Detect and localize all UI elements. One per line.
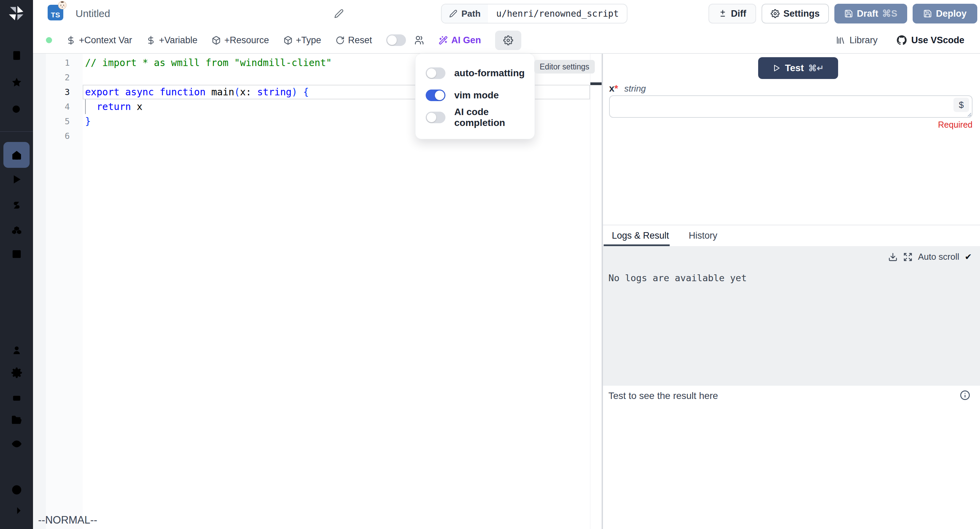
line-number: 2 [33, 70, 70, 85]
refresh-icon [336, 36, 345, 45]
search-icon[interactable] [11, 104, 22, 115]
code-content[interactable]: // import * as wmill from "windmill-clie… [85, 56, 332, 143]
menu-option-auto-formatting: auto-formatting [426, 65, 535, 82]
workspace-building-icon[interactable] [11, 50, 22, 61]
multiplayer-toggle-off[interactable] [386, 34, 406, 46]
draft-button[interactable]: Draft ⌘S [834, 4, 907, 24]
info-icon[interactable] [959, 390, 970, 401]
schedules-calendar-icon[interactable] [11, 248, 22, 260]
overview-ruler [590, 54, 590, 529]
deploy-button[interactable]: Deploy [913, 4, 977, 24]
reset-button[interactable]: Reset [336, 35, 372, 46]
menu-option-vim-mode: vim mode [426, 87, 535, 104]
required-hint: Required [938, 120, 972, 130]
collaborator-avatar [57, 0, 67, 10]
package-icon [212, 36, 221, 45]
code-line: export async function main(x: string) { [85, 85, 332, 99]
expand-arrow-icon[interactable] [11, 505, 22, 516]
audit-eye-icon[interactable] [11, 438, 22, 450]
menu-option-label: auto-formatting [454, 68, 525, 79]
argument-input[interactable] [609, 95, 972, 118]
add-resource-button[interactable]: +Resource [212, 35, 269, 46]
settings-button[interactable]: Settings [762, 4, 829, 24]
tab-history[interactable]: History [689, 231, 717, 241]
line-number: 4 [33, 99, 70, 114]
path-value: u/henri/renowned_script [488, 5, 627, 23]
runs-play-icon[interactable] [11, 174, 22, 185]
variables-dollar-icon[interactable] [11, 199, 22, 211]
auto-scroll-label: Auto scroll [918, 252, 959, 262]
menu-option-label: AI code completion [454, 107, 535, 128]
code-line: return x [85, 99, 332, 114]
editor-toolbar: +Context Var +Variable +Resource +Type R… [33, 27, 980, 54]
path-label-section: Path [442, 5, 488, 23]
path-label: Path [461, 8, 480, 19]
indent-guide [85, 99, 86, 114]
github-icon [897, 35, 907, 45]
gear-icon [771, 9, 780, 18]
help-circle-icon[interactable] [11, 484, 22, 496]
add-type-button[interactable]: +Type [283, 35, 321, 46]
expand-icon[interactable] [903, 252, 913, 262]
workers-robot-icon[interactable] [11, 392, 22, 403]
code-line: // import * as wmill from "windmill-clie… [85, 56, 332, 70]
ai-gen-button[interactable]: AI Gen [439, 35, 481, 46]
result-tabs: Logs & Result History [603, 225, 980, 246]
code-line [85, 129, 332, 143]
tab-logs-result[interactable]: Logs & Result [612, 231, 669, 241]
sidebar-divider [0, 131, 33, 132]
code-line [85, 70, 332, 85]
line-number: 5 [33, 114, 70, 129]
toggle-ai-code-completion[interactable] [426, 112, 445, 123]
toggle-vim-mode[interactable] [426, 89, 445, 101]
overview-ruler-cursor-mark [590, 82, 601, 85]
favorites-star-icon[interactable] [11, 76, 22, 88]
editor-settings-gear-button[interactable] [495, 31, 521, 50]
sidebar [0, 0, 33, 529]
test-button[interactable]: Test ⌘↵ [758, 57, 838, 79]
download-icon[interactable] [888, 252, 898, 262]
toggle-auto-formatting[interactable] [426, 67, 445, 79]
insert-variable-button[interactable]: $ [953, 98, 969, 112]
draft-shortcut: ⌘S [882, 8, 897, 19]
multiplayer-users-button[interactable] [414, 35, 424, 45]
log-controls: Auto scroll ✔ [888, 252, 972, 262]
line-number: 1 [33, 56, 70, 70]
editor-settings-tooltip: Editor settings [534, 60, 595, 73]
library-button[interactable]: Library [836, 35, 878, 46]
use-vscode-button[interactable]: Use VScode [897, 35, 964, 46]
code-line: } [85, 114, 332, 129]
argument-label-row: x * string [609, 83, 646, 94]
play-icon [772, 64, 781, 72]
run-preview-panel: Test ⌘↵ x * string $ Required Logs & Res… [603, 54, 980, 529]
magic-wand-icon [439, 36, 448, 45]
resize-handle-icon[interactable] [967, 112, 972, 117]
home-icon[interactable] [11, 150, 22, 161]
logs-empty-message: No logs are available yet [608, 272, 746, 283]
plus-minus-icon [718, 9, 727, 18]
result-area: Test to see the result here [603, 386, 980, 529]
add-variable-button[interactable]: +Variable [146, 35, 197, 46]
auto-scroll-checkbox[interactable]: ✔ [965, 252, 972, 262]
library-icon [836, 35, 845, 45]
argument-type: string [624, 83, 646, 94]
required-marker: * [614, 83, 618, 94]
settings-gear-icon[interactable] [11, 367, 22, 379]
script-title: Untitled [76, 0, 110, 27]
test-shortcut: ⌘↵ [808, 63, 824, 73]
add-context-var-button[interactable]: +Context Var [66, 35, 132, 46]
argument-name: x [609, 83, 614, 94]
resources-boxes-icon[interactable] [11, 224, 22, 236]
edit-path-pencil-icon [449, 10, 457, 18]
folders-icon[interactable] [11, 414, 22, 426]
windmill-logo-icon[interactable] [8, 5, 25, 22]
edit-title-pencil-icon[interactable] [334, 9, 344, 18]
result-placeholder: Test to see the result here [608, 390, 718, 402]
path-chip[interactable]: Path u/henri/renowned_script [441, 4, 627, 24]
diff-button[interactable]: Diff [708, 4, 756, 24]
titlebar: TS Untitled Path u/henri/renowned_script… [33, 0, 980, 27]
user-icon[interactable] [11, 344, 22, 356]
save-icon [844, 9, 853, 18]
line-number: 3 [33, 85, 70, 99]
menu-option-ai-code-completion: AI code completion [426, 109, 535, 126]
